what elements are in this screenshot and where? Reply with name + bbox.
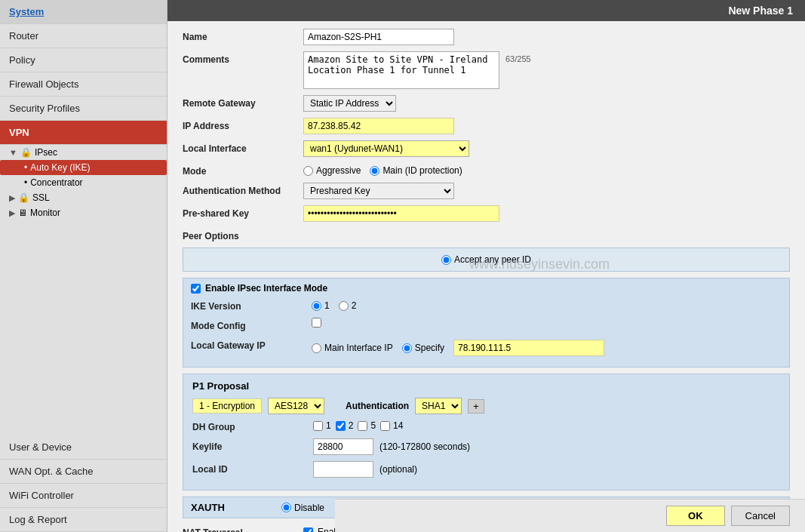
comments-row: Comments Amazon Site to Site VPN - Irela…	[183, 51, 790, 89]
name-label: Name	[183, 29, 303, 42]
ike-v1-text: 1	[324, 300, 330, 311]
dh2-checkbox[interactable]	[336, 421, 346, 431]
local-interface-row: Local Interface wan1 (Uydunet-WAN1)	[183, 140, 790, 157]
keylife-label: Keylife	[192, 438, 313, 452]
authentication-select[interactable]: SHA1 MD5	[415, 398, 462, 414]
sidebar-item-router[interactable]: Router	[0, 24, 167, 48]
add-encryption-button[interactable]: +	[468, 399, 484, 414]
preshared-key-field	[303, 205, 790, 222]
sidebar-item-ssl[interactable]: ▶ 🔒 SSL	[0, 190, 167, 205]
local-id-input[interactable]	[313, 461, 373, 478]
mode-main-label[interactable]: Main (ID protection)	[370, 165, 462, 176]
ike-version-label: IKE Version	[191, 298, 312, 312]
preshared-key-row: Pre-shared Key	[183, 205, 790, 222]
encryption-select[interactable]: AES128 AES256 3DES	[268, 398, 324, 414]
specify-radio[interactable]	[402, 343, 412, 353]
remote-gateway-row: Remote Gateway Static IP Address Dialup …	[183, 95, 790, 112]
preshared-key-label: Pre-shared Key	[183, 205, 303, 219]
authentication-static-label: Authentication	[346, 401, 409, 411]
mode-main-radio[interactable]	[370, 166, 379, 176]
sidebar-item-log-report[interactable]: Log & Report	[0, 508, 167, 532]
ike-v1-label[interactable]: 1	[312, 300, 330, 311]
name-field-container	[303, 29, 790, 45]
main-interface-ip-text: Main Interface IP	[324, 343, 393, 353]
mode-aggressive-label[interactable]: Aggressive	[303, 165, 361, 176]
dh1-checkbox[interactable]	[313, 421, 323, 431]
content-area: Name Comments Amazon Site to Site VPN - …	[167, 21, 805, 532]
auth-method-select[interactable]: Preshared Key	[303, 183, 454, 199]
ipsec-interface-checkbox[interactable]	[191, 284, 201, 294]
local-interface-select[interactable]: wan1 (Uydunet-WAN1)	[303, 140, 469, 157]
dh2-label[interactable]: 2	[336, 420, 354, 431]
ip-address-input[interactable]	[303, 118, 454, 134]
preshared-key-input[interactable]	[303, 205, 499, 222]
sidebar-item-system[interactable]: System	[0, 0, 167, 24]
sidebar-item-firewall-objects[interactable]: Firewall Objects	[0, 72, 167, 97]
title-bar: New Phase 1	[167, 0, 805, 21]
dh14-checkbox[interactable]	[380, 421, 390, 431]
ipsec-interface-body: IKE Version 1 2 Mode Config	[191, 294, 782, 356]
sidebar-item-user-device[interactable]: User & Device	[0, 435, 167, 460]
ok-button[interactable]: OK	[666, 506, 725, 526]
ike-v1-radio[interactable]	[312, 301, 321, 311]
name-input[interactable]	[303, 29, 454, 45]
mode-config-label: Mode Config	[191, 318, 312, 331]
dh5-label[interactable]: 5	[358, 420, 376, 431]
comments-textarea[interactable]: Amazon Site to Site VPN - Ireland Locati…	[303, 51, 499, 89]
keylife-field: (120-172800 seconds)	[313, 438, 780, 455]
sidebar-item-security-profiles[interactable]: Security Profiles	[0, 97, 167, 121]
mode-options: Aggressive Main (ID protection)	[303, 163, 790, 176]
mode-config-row: Mode Config	[191, 318, 782, 331]
dh1-text: 1	[326, 420, 331, 431]
main-interface-ip-label[interactable]: Main Interface IP	[312, 343, 393, 353]
encryption-number-label: 1 - Encryption	[192, 398, 262, 414]
ike-version-row: IKE Version 1 2	[191, 298, 782, 312]
ipsec-interface-section: Enable IPsec Interface Mode IKE Version …	[183, 278, 790, 367]
ike-v2-label[interactable]: 2	[339, 300, 357, 311]
dh5-checkbox[interactable]	[358, 421, 367, 431]
char-count: 63/255	[505, 51, 531, 63]
mode-main-text: Main (ID protection)	[383, 165, 462, 176]
dh14-label[interactable]: 14	[380, 420, 403, 431]
main-interface-ip-radio[interactable]	[312, 343, 321, 353]
sidebar-item-monitor[interactable]: ▶ 🖥 Monitor	[0, 205, 167, 220]
nat-traversal-checkbox[interactable]	[303, 527, 313, 533]
mode-row: Mode Aggressive Main (ID protection)	[183, 163, 790, 177]
sidebar-item-policy[interactable]: Policy	[0, 48, 167, 72]
peer-options-row: Peer Options	[183, 228, 790, 241]
xauth-disable-label[interactable]: Disable	[281, 503, 324, 513]
local-id-hint: (optional)	[379, 464, 417, 475]
specify-label-el[interactable]: Specify	[402, 343, 444, 353]
peer-options-label: Peer Options	[183, 228, 303, 241]
mode-config-checkbox[interactable]	[312, 318, 321, 328]
dh1-label[interactable]: 1	[313, 420, 331, 431]
name-row: Name	[183, 29, 790, 45]
mode-aggressive-radio[interactable]	[303, 166, 313, 176]
cancel-button[interactable]: Cancel	[731, 506, 790, 526]
sidebar-item-wan-opt[interactable]: WAN Opt. & Cache	[0, 460, 167, 484]
encryption-row: 1 - Encryption AES128 AES256 3DES Authen…	[192, 398, 780, 414]
sidebar-item-auto-key[interactable]: • Auto Key (IKE)	[0, 160, 167, 175]
local-interface-label: Local Interface	[183, 140, 303, 154]
xauth-disable-radio[interactable]	[281, 503, 291, 512]
sidebar-item-concentrator[interactable]: • Concentrator	[0, 175, 167, 190]
accept-peer-id-radio[interactable]	[441, 255, 451, 265]
remote-gateway-select[interactable]: Static IP Address Dialup User Dynamic DN…	[303, 95, 396, 112]
ike-v2-radio[interactable]	[339, 301, 349, 311]
peer-options-box: Accept any peer ID	[183, 248, 790, 272]
keylife-input[interactable]	[313, 438, 373, 455]
local-id-field: (optional)	[313, 461, 780, 478]
auth-method-row: Authentication Method Preshared Key	[183, 183, 790, 199]
remote-gateway-label: Remote Gateway	[183, 95, 303, 109]
accept-peer-id-label[interactable]: Accept any peer ID	[192, 254, 780, 265]
specify-input[interactable]	[453, 340, 604, 356]
local-id-row: Local ID (optional)	[192, 461, 780, 478]
local-gateway-row: Local Gateway IP Main Interface IP Speci…	[191, 337, 782, 356]
ssl-expand-icon: ▶	[9, 193, 15, 203]
sidebar-item-wifi-controller[interactable]: WiFi Controller	[0, 484, 167, 508]
p1-proposal-header: P1 Proposal	[192, 380, 780, 392]
sidebar-item-vpn[interactable]: VPN	[0, 121, 167, 145]
sidebar-item-ipsec[interactable]: ▼ 🔒 IPsec	[0, 145, 167, 160]
keylife-hint: (120-172800 seconds)	[379, 441, 470, 452]
specify-text: Specify	[415, 343, 444, 353]
